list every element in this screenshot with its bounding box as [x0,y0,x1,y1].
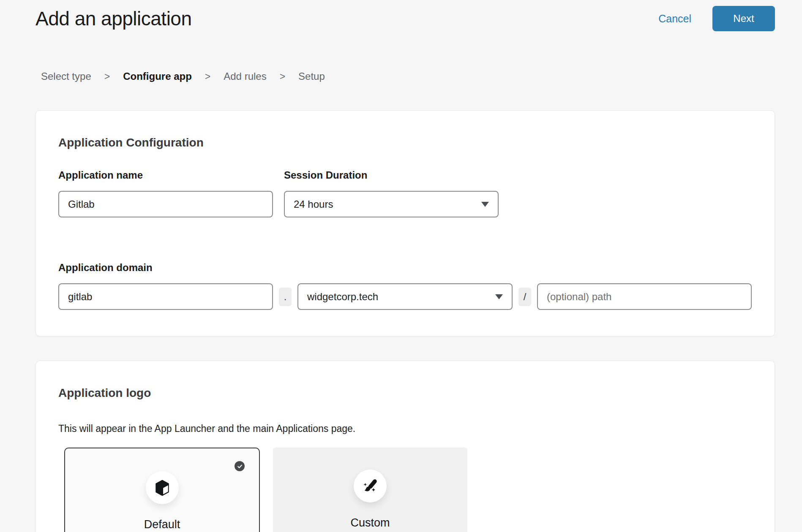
session-duration-value: 24 hours [294,198,333,210]
application-name-input[interactable] [58,191,273,217]
domain-select[interactable]: widgetcorp.tech [297,283,513,310]
custom-logo-circle [354,470,387,502]
step-configure-app[interactable]: Configure app [123,71,192,82]
application-name-label: Application name [58,169,273,181]
wizard-steps: Select type > Configure app > Add rules … [41,71,802,82]
header-actions: Cancel Next [658,6,775,31]
check-icon [237,463,243,470]
cube-icon [154,479,170,497]
page-title: Add an application [35,7,192,30]
logo-description: This will appear in the App Launcher and… [58,423,752,434]
paintbrush-icon [361,477,379,495]
step-add-rules[interactable]: Add rules [224,71,266,82]
domain-select-value: widgetcorp.tech [307,291,378,303]
application-configuration-card: Application Configuration Application na… [35,110,775,337]
next-button[interactable]: Next [712,6,775,31]
add-application-page: Add an application Cancel Next Select ty… [0,0,802,532]
application-logo-card: Application logo This will appear in the… [35,361,775,532]
domain-input-line: . widgetcorp.tech / [58,283,752,310]
application-name-field-group: Application name [58,169,273,217]
application-domain-field-group: Application domain . widgetcorp.tech / [58,262,752,310]
step-separator-icon: > [205,71,210,82]
chevron-down-icon [481,202,489,207]
session-duration-label: Session Duration [284,169,499,181]
cancel-button[interactable]: Cancel [658,13,691,25]
logo-option-label: Default [144,518,180,531]
dot-separator: . [279,288,292,306]
chevron-down-icon [495,294,503,299]
slash-separator: / [518,288,531,306]
logo-option-default[interactable]: Default [64,448,260,532]
logo-option-tiles: Default Custom [64,448,752,532]
selected-check-badge [235,461,245,471]
logo-option-label: Custom [350,516,390,529]
step-select-type[interactable]: Select type [41,71,91,82]
path-input[interactable] [537,283,752,310]
name-duration-row: Application name Session Duration 24 hou… [58,169,752,217]
default-logo-circle [146,471,179,504]
application-domain-row: Application domain . widgetcorp.tech / [58,262,752,310]
page-header: Add an application Cancel Next [35,5,775,32]
step-setup[interactable]: Setup [298,71,325,82]
session-duration-field-group: Session Duration 24 hours [284,169,499,217]
step-separator-icon: > [104,71,110,82]
configuration-heading: Application Configuration [58,136,752,149]
application-domain-label: Application domain [58,262,752,274]
session-duration-select[interactable]: 24 hours [284,191,499,217]
step-separator-icon: > [280,71,285,82]
logo-heading: Application logo [58,386,752,400]
subdomain-input[interactable] [58,283,273,310]
logo-option-custom[interactable]: Custom [273,448,467,532]
